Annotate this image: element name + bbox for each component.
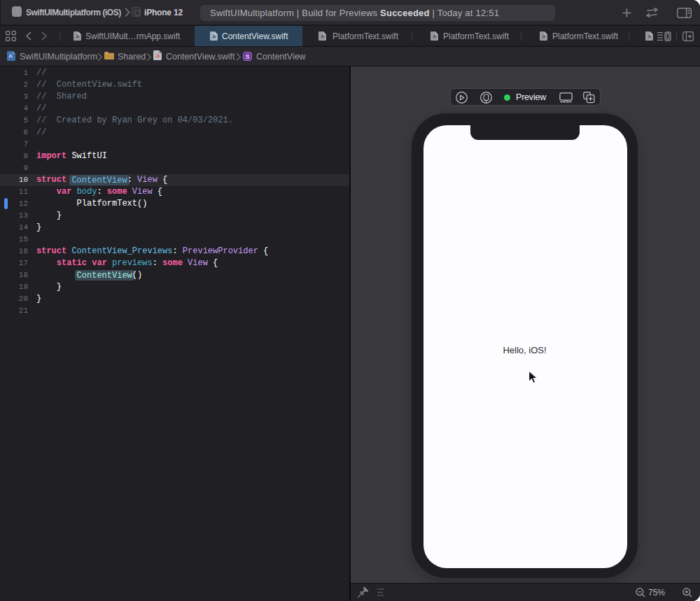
svg-text:S: S <box>245 53 249 60</box>
